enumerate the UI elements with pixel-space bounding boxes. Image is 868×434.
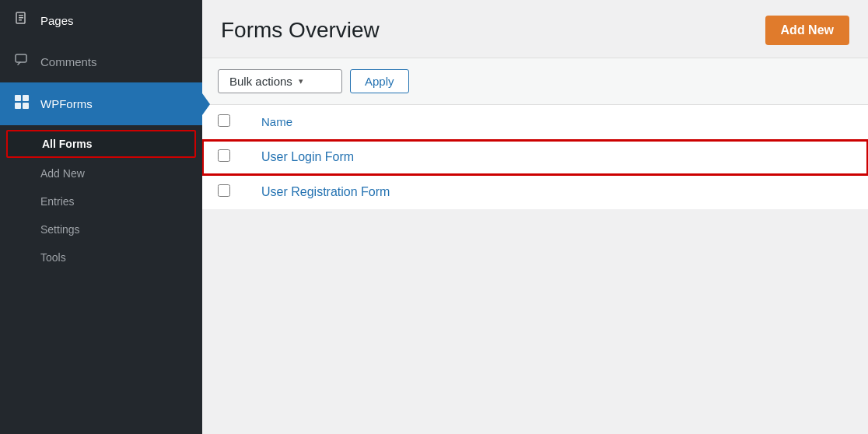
name-column-header: Name [246,105,868,140]
svg-rect-6 [23,95,29,101]
svg-rect-5 [15,95,21,101]
comments-icon [12,52,31,72]
wpforms-submenu: All Forms Add New Entries Settings Tools [0,125,202,275]
row-checkbox-cell [202,140,246,175]
form-name-link[interactable]: User Registration Form [261,185,390,198]
sidebar-item-add-new[interactable]: Add New [0,159,202,187]
svg-rect-4 [16,54,26,62]
pages-icon [12,11,31,30]
wpforms-icon [12,93,31,114]
form-name-cell: User Login Form [246,140,868,175]
name-sort-link[interactable]: Name [261,115,292,128]
chevron-down-icon: ▾ [299,76,303,86]
content-header: Forms Overview Add New [202,0,868,58]
row-checkbox[interactable] [218,184,230,197]
apply-button[interactable]: Apply [350,69,409,93]
add-new-button[interactable]: Add New [765,16,849,45]
sidebar-item-all-forms[interactable]: All Forms [6,130,196,158]
row-checkbox-cell [202,175,246,210]
sidebar-item-comments[interactable]: Comments [0,41,202,82]
content-body: Bulk actions ▾ Apply Name [202,58,868,210]
sidebar-item-pages[interactable]: Pages [0,0,202,41]
bulk-actions-label: Bulk actions [229,75,292,88]
bulk-actions-select[interactable]: Bulk actions ▾ [218,69,342,93]
row-checkbox[interactable] [218,149,230,162]
svg-rect-1 [19,15,23,16]
forms-table: Name User Login Form [202,105,868,210]
sidebar-item-pages-label: Pages [40,14,74,27]
select-all-checkbox[interactable] [218,114,230,127]
svg-rect-2 [19,17,23,19]
table-row: User Registration Form [202,175,868,210]
sidebar-item-settings[interactable]: Settings [0,215,202,243]
svg-rect-7 [15,103,21,109]
svg-rect-8 [23,103,29,109]
page-title: Forms Overview [221,18,380,43]
sidebar: Pages Comments WPForms All Forms Add Ne [0,0,202,434]
sidebar-item-wpforms-label: WPForms [40,97,93,110]
form-name-link[interactable]: User Login Form [261,150,354,163]
main-content: Forms Overview Add New Bulk actions ▾ Ap… [202,0,868,434]
table-header-row: Name [202,105,868,140]
svg-rect-3 [19,19,22,21]
sidebar-item-comments-label: Comments [40,55,97,68]
table-row: User Login Form [202,140,868,175]
toolbar: Bulk actions ▾ Apply [202,58,868,105]
form-name-cell: User Registration Form [246,175,868,210]
sidebar-item-entries[interactable]: Entries [0,187,202,215]
sidebar-item-wpforms[interactable]: WPForms [0,82,202,125]
sidebar-item-tools[interactable]: Tools [0,243,202,271]
